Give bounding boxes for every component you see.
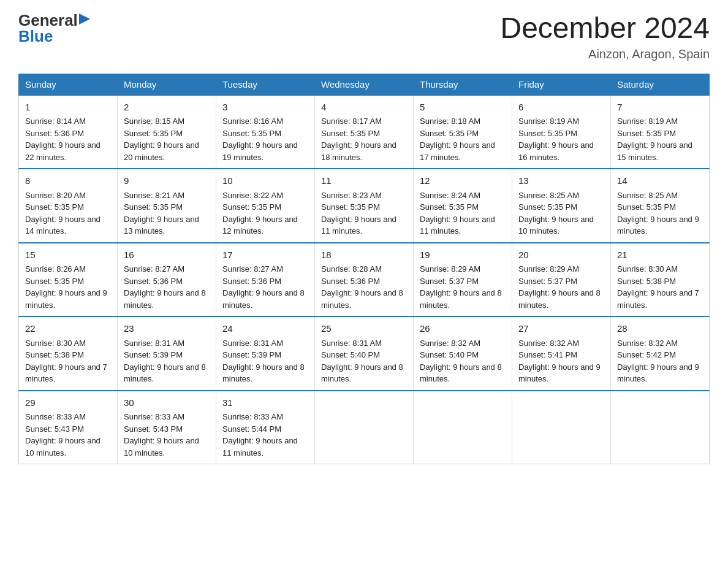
sunrise-text: Sunrise: 8:22 AM — [222, 191, 283, 200]
day-number: 17 — [222, 248, 308, 262]
day-number: 1 — [25, 101, 111, 115]
calendar-cell: 24 Sunrise: 8:31 AM Sunset: 5:39 PM Dayl… — [216, 316, 315, 391]
sunset-text: Sunset: 5:38 PM — [25, 350, 84, 359]
column-header-friday: Friday — [512, 74, 611, 95]
sunset-text: Sunset: 5:43 PM — [25, 424, 84, 434]
daylight-text: Daylight: 9 hours and 20 minutes. — [124, 140, 199, 162]
sunset-text: Sunset: 5:37 PM — [518, 277, 577, 286]
sunset-text: Sunset: 5:40 PM — [420, 350, 479, 359]
sunset-text: Sunset: 5:35 PM — [420, 202, 479, 212]
logo-blue-text: Blue — [18, 27, 53, 45]
sunset-text: Sunset: 5:38 PM — [617, 277, 676, 286]
sunrise-text: Sunrise: 8:33 AM — [222, 412, 283, 421]
day-number: 13 — [518, 174, 604, 188]
daylight-text: Daylight: 9 hours and 10 minutes. — [25, 436, 100, 458]
calendar-cell: 17 Sunrise: 8:27 AM Sunset: 5:36 PM Dayl… — [216, 243, 315, 317]
sunrise-text: Sunrise: 8:32 AM — [420, 339, 480, 348]
day-number: 7 — [617, 101, 703, 115]
day-number: 23 — [124, 322, 210, 336]
daylight-text: Daylight: 9 hours and 22 minutes. — [25, 140, 100, 162]
calendar-cell: 9 Sunrise: 8:21 AM Sunset: 5:35 PM Dayli… — [118, 169, 216, 243]
sunset-text: Sunset: 5:35 PM — [25, 277, 84, 286]
calendar-cell: 7 Sunrise: 8:19 AM Sunset: 5:35 PM Dayli… — [611, 95, 710, 169]
sunset-text: Sunset: 5:39 PM — [124, 350, 183, 359]
daylight-text: Daylight: 9 hours and 15 minutes. — [617, 140, 692, 162]
daylight-text: Daylight: 9 hours and 9 minutes. — [518, 362, 601, 384]
calendar-cell: 31 Sunrise: 8:33 AM Sunset: 5:44 PM Dayl… — [216, 391, 315, 464]
sunrise-text: Sunrise: 8:25 AM — [518, 191, 579, 200]
calendar-cell — [611, 391, 710, 464]
day-number: 10 — [222, 174, 308, 188]
sunset-text: Sunset: 5:35 PM — [124, 129, 183, 138]
calendar-week-row: 1 Sunrise: 8:14 AM Sunset: 5:36 PM Dayli… — [19, 95, 710, 169]
sunset-text: Sunset: 5:36 PM — [25, 129, 84, 138]
day-number: 5 — [420, 101, 506, 115]
calendar-cell: 28 Sunrise: 8:32 AM Sunset: 5:42 PM Dayl… — [611, 316, 710, 391]
daylight-text: Daylight: 9 hours and 7 minutes. — [617, 288, 699, 310]
sunrise-text: Sunrise: 8:31 AM — [124, 339, 184, 348]
sunset-text: Sunset: 5:42 PM — [617, 350, 676, 359]
sunset-text: Sunset: 5:35 PM — [518, 129, 577, 138]
day-number: 9 — [124, 174, 210, 188]
calendar-week-row: 29 Sunrise: 8:33 AM Sunset: 5:43 PM Dayl… — [19, 391, 710, 464]
daylight-text: Daylight: 9 hours and 7 minutes. — [25, 362, 107, 384]
day-number: 31 — [222, 396, 308, 410]
sunrise-text: Sunrise: 8:19 AM — [617, 117, 678, 126]
sunrise-text: Sunrise: 8:21 AM — [124, 191, 184, 200]
calendar-table: SundayMondayTuesdayWednesdayThursdayFrid… — [18, 74, 710, 465]
location-subtitle: Ainzon, Aragon, Spain — [500, 47, 710, 61]
logo: General Blue — [18, 12, 90, 44]
calendar-cell: 12 Sunrise: 8:24 AM Sunset: 5:35 PM Dayl… — [414, 169, 512, 243]
title-area: December 2024 Ainzon, Aragon, Spain — [500, 12, 710, 61]
logo-general-text: General — [18, 12, 78, 28]
calendar-week-row: 22 Sunrise: 8:30 AM Sunset: 5:38 PM Dayl… — [19, 316, 710, 391]
daylight-text: Daylight: 9 hours and 8 minutes. — [321, 288, 403, 310]
day-number: 3 — [222, 101, 308, 115]
calendar-cell: 18 Sunrise: 8:28 AM Sunset: 5:36 PM Dayl… — [315, 243, 414, 317]
calendar-cell: 27 Sunrise: 8:32 AM Sunset: 5:41 PM Dayl… — [512, 316, 611, 391]
day-number: 28 — [617, 322, 703, 336]
day-number: 8 — [25, 174, 111, 188]
daylight-text: Daylight: 9 hours and 17 minutes. — [420, 140, 495, 162]
daylight-text: Daylight: 9 hours and 10 minutes. — [518, 215, 594, 236]
day-number: 12 — [420, 174, 506, 188]
day-number: 14 — [617, 174, 703, 188]
column-header-tuesday: Tuesday — [216, 74, 315, 95]
sunset-text: Sunset: 5:36 PM — [321, 277, 380, 286]
sunrise-text: Sunrise: 8:24 AM — [420, 191, 480, 200]
sunrise-text: Sunrise: 8:32 AM — [518, 339, 579, 348]
sunrise-text: Sunrise: 8:26 AM — [25, 264, 86, 274]
sunset-text: Sunset: 5:40 PM — [321, 350, 380, 359]
daylight-text: Daylight: 9 hours and 11 minutes. — [222, 436, 298, 458]
day-number: 22 — [25, 322, 111, 336]
calendar-cell — [414, 391, 512, 464]
calendar-cell: 25 Sunrise: 8:31 AM Sunset: 5:40 PM Dayl… — [315, 316, 414, 391]
calendar-header-row: SundayMondayTuesdayWednesdayThursdayFrid… — [19, 74, 710, 95]
calendar-cell: 8 Sunrise: 8:20 AM Sunset: 5:35 PM Dayli… — [19, 169, 118, 243]
sunrise-text: Sunrise: 8:18 AM — [420, 117, 480, 126]
sunrise-text: Sunrise: 8:30 AM — [617, 264, 678, 274]
sunrise-text: Sunrise: 8:32 AM — [617, 339, 678, 348]
calendar-week-row: 8 Sunrise: 8:20 AM Sunset: 5:35 PM Dayli… — [19, 169, 710, 243]
calendar-cell: 26 Sunrise: 8:32 AM Sunset: 5:40 PM Dayl… — [414, 316, 512, 391]
day-number: 18 — [321, 248, 407, 262]
sunrise-text: Sunrise: 8:29 AM — [518, 264, 579, 274]
daylight-text: Daylight: 9 hours and 8 minutes. — [222, 362, 305, 384]
sunrise-text: Sunrise: 8:27 AM — [222, 264, 283, 274]
daylight-text: Daylight: 9 hours and 8 minutes. — [321, 362, 403, 384]
column-header-thursday: Thursday — [414, 74, 512, 95]
sunrise-text: Sunrise: 8:15 AM — [124, 117, 184, 126]
svg-marker-0 — [79, 13, 90, 25]
calendar-cell: 1 Sunrise: 8:14 AM Sunset: 5:36 PM Dayli… — [19, 95, 118, 169]
day-number: 6 — [518, 101, 604, 115]
day-number: 11 — [321, 174, 407, 188]
calendar-cell: 5 Sunrise: 8:18 AM Sunset: 5:35 PM Dayli… — [414, 95, 512, 169]
sunset-text: Sunset: 5:35 PM — [420, 129, 479, 138]
daylight-text: Daylight: 9 hours and 9 minutes. — [617, 362, 699, 384]
calendar-cell: 14 Sunrise: 8:25 AM Sunset: 5:35 PM Dayl… — [611, 169, 710, 243]
day-number: 19 — [420, 248, 506, 262]
sunset-text: Sunset: 5:41 PM — [518, 350, 577, 359]
sunrise-text: Sunrise: 8:16 AM — [222, 117, 283, 126]
sunrise-text: Sunrise: 8:33 AM — [124, 412, 184, 421]
sunrise-text: Sunrise: 8:27 AM — [124, 264, 184, 274]
